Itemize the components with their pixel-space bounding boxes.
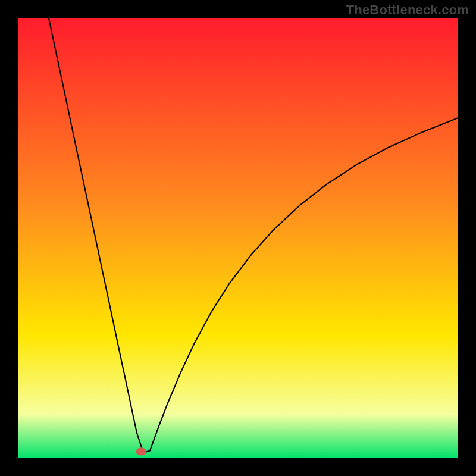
plot-area: [18, 18, 458, 458]
chart-svg: [18, 18, 458, 458]
gradient-background: [18, 18, 458, 458]
watermark-text: TheBottleneck.com: [346, 2, 469, 18]
chart-container: TheBottleneck.com: [0, 0, 476, 476]
minimum-marker: [136, 447, 146, 455]
